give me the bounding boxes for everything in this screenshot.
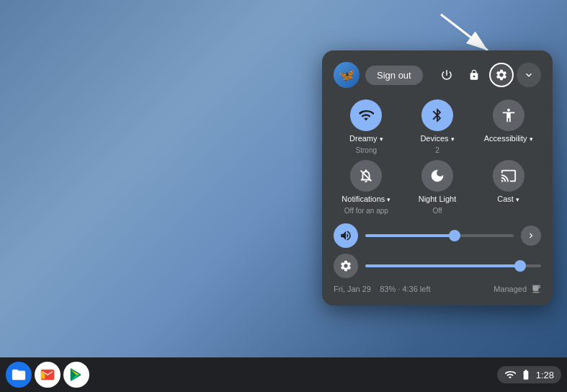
sign-out-button[interactable]: Sign out (365, 66, 423, 85)
taskbar-status[interactable]: 1:28 (497, 366, 561, 383)
qs-header: 🦋 Sign out (334, 62, 541, 88)
taskbar: 1:28 (0, 357, 567, 392)
accessibility-tile-icon (493, 99, 524, 131)
volume-slider[interactable] (365, 234, 514, 237)
desktop-background: 🦋 Sign out (0, 0, 567, 392)
bluetooth-tile[interactable]: Devices ▾ 2 (405, 99, 470, 154)
lock-icon (468, 69, 480, 81)
qs-footer: Fri, Jan 29 83% · 4:36 left Managed (334, 284, 541, 294)
quick-settings-panel: 🦋 Sign out (322, 50, 553, 306)
brightness-slider-row (334, 254, 541, 278)
settings-button[interactable] (489, 63, 514, 87)
footer-managed: Managed (494, 284, 541, 294)
bluetooth-tile-label: Devices ▾ (420, 134, 454, 143)
files-app-icon[interactable] (6, 362, 32, 388)
chevron-down-icon (523, 69, 535, 81)
wifi-tile-label: Dreamy ▾ (349, 134, 383, 143)
qs-tiles-grid: Dreamy ▾ Strong Devices ▾ 2 (334, 99, 541, 215)
notifications-tile-sublabel: Off for an app (344, 207, 388, 215)
nightlight-tile-label: Night Light (419, 195, 457, 204)
accessibility-tile-label: Accessibility ▾ (484, 134, 533, 143)
bluetooth-tile-sublabel: 2 (435, 146, 439, 154)
nightlight-tile-icon (421, 160, 453, 192)
clock: 1:28 (536, 370, 554, 380)
notifications-tile[interactable]: Notifications ▾ Off for an app (334, 160, 399, 215)
cast-tile[interactable]: Cast ▾ (476, 160, 541, 215)
volume-slider-row (334, 223, 541, 248)
power-icon (440, 68, 453, 81)
taskbar-apps (6, 362, 89, 388)
lock-button[interactable] (462, 63, 486, 87)
system-tray[interactable]: 1:28 (497, 366, 561, 383)
cast-tile-icon (493, 160, 524, 192)
power-button[interactable] (434, 63, 459, 87)
volume-icon (334, 223, 358, 248)
notifications-tile-label: Notifications ▾ (341, 195, 390, 204)
brightness-icon (334, 254, 358, 278)
avatar: 🦋 (334, 62, 360, 88)
notifications-tile-icon (350, 160, 382, 192)
wifi-tile[interactable]: Dreamy ▾ Strong (334, 99, 399, 154)
nightlight-tile-sublabel: Off (432, 207, 442, 215)
cast-tile-label: Cast ▾ (497, 195, 519, 204)
bluetooth-tile-icon (421, 99, 453, 131)
accessibility-tile[interactable]: Accessibility ▾ (476, 99, 541, 154)
svg-line-1 (441, 14, 488, 50)
play-store-icon[interactable] (63, 362, 89, 388)
wifi-tile-icon (350, 99, 382, 131)
chevron-button[interactable] (517, 63, 541, 87)
gmail-app-icon[interactable] (35, 362, 61, 388)
header-icons (434, 63, 541, 87)
brightness-slider[interactable] (365, 264, 541, 267)
footer-date-battery: Fri, Jan 29 83% · 4:36 left (334, 285, 431, 293)
nightlight-tile[interactable]: Night Light Off (405, 160, 470, 215)
wifi-status-icon (504, 369, 516, 380)
managed-icon (531, 284, 541, 294)
volume-expand-button[interactable] (521, 226, 541, 246)
wifi-tile-sublabel: Strong (356, 146, 377, 154)
battery-status-icon (520, 369, 532, 380)
settings-icon (495, 68, 508, 81)
